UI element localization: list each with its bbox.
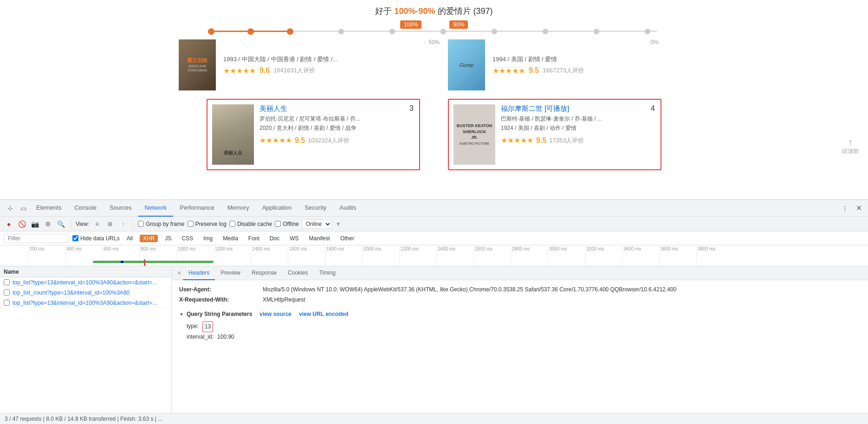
tab-sources[interactable]: Sources bbox=[103, 200, 138, 217]
detail-tab-preview[interactable]: Preview bbox=[215, 266, 246, 280]
filter-type-manifest[interactable]: Manifest bbox=[306, 235, 333, 242]
movie-info-1: 1993 / 中国大陆 / 中国香港 / 剧情 / 爱情 /... ★★★★★ … bbox=[223, 55, 420, 75]
slider-dot-5[interactable] bbox=[440, 29, 446, 34]
tab-security[interactable]: Security bbox=[298, 200, 333, 217]
offline-checkbox[interactable] bbox=[275, 221, 281, 227]
filter-type-all[interactable]: All bbox=[123, 235, 136, 242]
pct-range: 100%-90% bbox=[394, 6, 435, 16]
slider-dot-6[interactable] bbox=[492, 29, 497, 34]
timeline-mark-1400: 1400 ms bbox=[251, 246, 270, 266]
detail-tab-headers[interactable]: Headers bbox=[183, 266, 215, 280]
throttle-dropdown-icon[interactable]: ▼ bbox=[336, 221, 341, 227]
tab-performance[interactable]: Performance bbox=[173, 200, 220, 217]
network-filter-row: Hide data URLs All XHR JS CSS Img Media … bbox=[0, 231, 868, 245]
detail-tab-response[interactable]: Response bbox=[246, 266, 282, 280]
detail-tab-cookies[interactable]: Cookies bbox=[282, 266, 313, 280]
detail-tab-timing[interactable]: Timing bbox=[313, 266, 341, 280]
query-params-title-text: Query String Parameters bbox=[187, 309, 252, 320]
tab-memory[interactable]: Memory bbox=[221, 200, 256, 217]
offline-text: Offline bbox=[283, 221, 298, 227]
detail-content: User-Agent: Mozilla/5.0 (Windows NT 10.0… bbox=[172, 280, 868, 347]
view-list-icon[interactable]: ≡ bbox=[92, 219, 102, 229]
record-button[interactable]: ● bbox=[4, 219, 14, 229]
filter-input[interactable] bbox=[4, 234, 69, 243]
slider-dot-4[interactable] bbox=[389, 29, 395, 34]
slider-dot-9[interactable] bbox=[645, 29, 650, 34]
slider-dot-8[interactable] bbox=[594, 29, 599, 34]
movie-poster-2: Gump bbox=[448, 39, 485, 90]
slider-dot-1[interactable] bbox=[247, 28, 254, 35]
slider[interactable]: 50% 0% bbox=[211, 31, 657, 32]
filter-type-css[interactable]: CSS bbox=[178, 235, 196, 242]
timeline-mark-1200: 1200 ms bbox=[214, 246, 233, 266]
disable-cache-checkbox[interactable] bbox=[229, 221, 235, 227]
tab-network[interactable]: Network bbox=[138, 200, 174, 217]
movie-row-2: Gump 1994 / 美国 / 剧情 / 爱情 ★★★★★ 9.5 16672… bbox=[448, 39, 689, 90]
group-by-frame-label[interactable]: Group by frame bbox=[138, 221, 184, 227]
devtools-close-icon[interactable]: ✕ bbox=[853, 203, 864, 214]
header-row-user-agent: User-Agent: Mozilla/5.0 (Windows NT 10.0… bbox=[179, 285, 861, 295]
tab-application[interactable]: Application bbox=[256, 200, 298, 217]
filter-type-font[interactable]: Font bbox=[245, 235, 263, 242]
slider-dot-7[interactable] bbox=[543, 29, 548, 34]
preserve-log-label[interactable]: Preserve log bbox=[188, 221, 227, 227]
file-item-1[interactable]: top_list?type=13&interval_id=100%3A90&ac… bbox=[0, 277, 171, 288]
network-main-panel: Name top_list?type=13&interval_id=100%3A… bbox=[0, 266, 868, 413]
user-agent-val: Mozilla/5.0 (Windows NT 10.0; WOW64) App… bbox=[263, 285, 676, 295]
tab-elements[interactable]: Elements bbox=[30, 200, 68, 217]
offline-label[interactable]: Offline bbox=[275, 221, 298, 227]
file-item-2[interactable]: top_list_count?type=13&interval_id=100%3… bbox=[0, 288, 171, 298]
network-throttle-select[interactable]: Online bbox=[302, 219, 332, 229]
movie-row-1: 霸王别姬 ADIOS A MI CONCUBINA 1993 / 中国大陆 / … bbox=[179, 39, 420, 90]
filter-type-other[interactable]: Other bbox=[337, 235, 357, 242]
filter-button[interactable]: ⚙ bbox=[43, 219, 53, 229]
slider-dot-3[interactable] bbox=[338, 29, 344, 34]
timeline-mark-3000: 3000 ms bbox=[548, 246, 567, 266]
hide-data-urls-checkbox[interactable] bbox=[72, 235, 78, 241]
collapse-triangle-icon[interactable]: ▼ bbox=[179, 310, 184, 319]
slider-dot-0[interactable] bbox=[208, 28, 214, 35]
filter-type-doc[interactable]: Doc bbox=[266, 235, 283, 242]
back-to-top-button[interactable]: ↑ 回顶部 bbox=[842, 137, 859, 155]
movie-meta-1: 1993 / 中国大陆 / 中国香港 / 剧情 / 爱情 /... bbox=[223, 55, 420, 64]
devtools-tab-bar: ⊹ ▭ Elements Console Sources Network Per… bbox=[0, 200, 868, 217]
file-item-1-checkbox[interactable] bbox=[4, 279, 10, 285]
filter-type-js[interactable]: JS bbox=[162, 235, 175, 242]
file-item-2-checkbox[interactable] bbox=[4, 289, 10, 296]
hide-data-urls-label[interactable]: Hide data URLs bbox=[72, 235, 120, 242]
group-by-frame-checkbox[interactable] bbox=[138, 221, 144, 227]
view-grid-icon[interactable]: ⊞ bbox=[105, 219, 115, 229]
view-alt-icon[interactable]: ↕ bbox=[118, 219, 128, 229]
view-label: View: bbox=[76, 221, 89, 227]
clear-button[interactable]: 🚫 bbox=[17, 219, 27, 229]
tab-audits[interactable]: Audits bbox=[333, 200, 363, 217]
view-url-encoded-link[interactable]: view URL encoded bbox=[299, 309, 348, 320]
file-item-3-checkbox[interactable] bbox=[4, 300, 10, 306]
search-button[interactable]: 🔍 bbox=[56, 219, 66, 229]
preserve-log-checkbox[interactable] bbox=[188, 221, 194, 227]
detail-close-btn[interactable]: ✕ bbox=[175, 270, 183, 277]
tab-console[interactable]: Console bbox=[68, 200, 103, 217]
file-item-3-name: top_list?type=13&interval_id=100%3A90&ac… bbox=[13, 300, 168, 306]
more-options-icon[interactable]: ⋮ bbox=[838, 202, 851, 215]
param-type-val-box: 13 bbox=[202, 321, 213, 333]
cursor-icon[interactable]: ⊹ bbox=[4, 202, 17, 215]
filter-type-img[interactable]: Img bbox=[200, 235, 216, 242]
slider-dot-2[interactable] bbox=[287, 28, 293, 35]
camera-button[interactable]: 📷 bbox=[30, 219, 40, 229]
timeline-mark-2600: 2600 ms bbox=[473, 246, 492, 266]
playable-badge: [可播放] bbox=[544, 104, 569, 112]
filter-type-xhr[interactable]: XHR bbox=[140, 235, 158, 242]
movie-card-rating-1: ★★★★★ 9.5 1032324人评价 bbox=[259, 136, 415, 145]
timeline-bar-red bbox=[144, 259, 145, 266]
slider-label-100[interactable]: 100% bbox=[400, 20, 422, 29]
filter-type-media[interactable]: Media bbox=[220, 235, 241, 242]
device-icon[interactable]: ▭ bbox=[17, 202, 30, 215]
view-source-link[interactable]: view source bbox=[259, 309, 291, 320]
param-type-key: type: bbox=[187, 321, 199, 333]
filter-type-ws[interactable]: WS bbox=[286, 235, 302, 242]
slider-label-90[interactable]: 90% bbox=[449, 20, 468, 29]
file-item-3[interactable]: top_list?type=13&interval_id=100%3A90&ac… bbox=[0, 298, 171, 308]
timeline-bar-blue bbox=[121, 261, 123, 263]
disable-cache-label[interactable]: Disable cache bbox=[229, 221, 272, 227]
